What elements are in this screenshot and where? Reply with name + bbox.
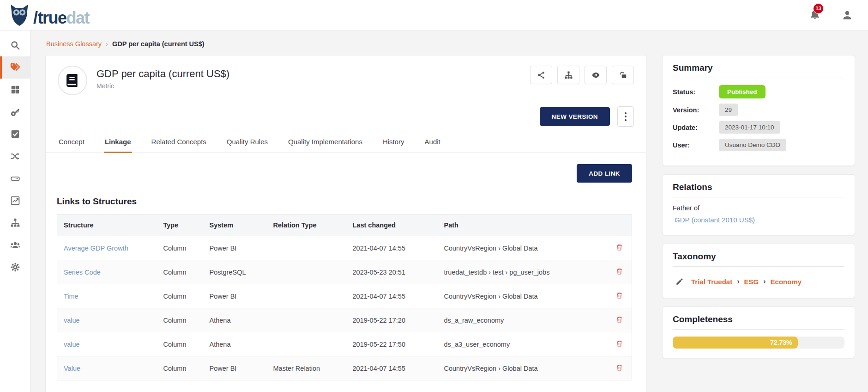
delete-link-button[interactable]: [615, 243, 623, 251]
completeness-title: Completeness: [673, 314, 844, 330]
structure-link[interactable]: value: [64, 317, 80, 324]
cell-type: Column: [158, 260, 204, 284]
summary-field-value: 29: [719, 104, 738, 116]
sidebar-item-business-glossary[interactable]: [0, 56, 30, 79]
new-version-button[interactable]: NEW VERSION: [540, 107, 610, 126]
cell-last-changed: 2021-04-07 14:55: [347, 236, 439, 260]
tab-quality-implementations[interactable]: Quality Implementations: [287, 133, 363, 153]
links-section-title: Links to Structures: [57, 196, 632, 207]
structure-link[interactable]: Value: [64, 365, 80, 372]
book-icon: [65, 73, 80, 88]
sidebar-item-permissions[interactable]: [0, 101, 30, 123]
delete-link-button[interactable]: [615, 363, 623, 372]
taxonomy-title: Taxonomy: [673, 251, 844, 267]
delete-link-button[interactable]: [615, 267, 623, 276]
delete-trash-icon: [615, 267, 623, 276]
column-header-relation-type: Relation Type: [268, 214, 347, 236]
summary-row-version: Version:29: [673, 104, 844, 116]
breadcrumb-parent-link[interactable]: Business Glossary: [46, 40, 102, 48]
tab-history[interactable]: History: [382, 133, 405, 153]
notifications-bell-icon[interactable]: 13: [809, 9, 821, 21]
cell-system: Power BI: [204, 356, 268, 380]
add-link-button[interactable]: ADD LINK: [577, 164, 632, 183]
delete-link-button[interactable]: [615, 339, 623, 348]
cell-last-changed: 2023-05-23 20:51: [347, 260, 439, 284]
link-row: Series CodeColumnPostgreSQL2023-05-23 20…: [57, 260, 632, 284]
link-row: Average GDP GrowthColumnPower BI2021-04-…: [57, 236, 632, 260]
cell-type: Column: [158, 356, 204, 380]
owl-logo-icon: [9, 4, 30, 26]
summary-row-update: Update:2023-01-17 10:10: [673, 121, 844, 134]
truedat-logo[interactable]: /truedat: [9, 4, 89, 26]
cell-type: Column: [158, 332, 204, 356]
cell-system: Athena: [204, 308, 268, 332]
sidebar-item-dashboards[interactable]: [0, 79, 30, 101]
share-icon: [537, 71, 546, 80]
summary-field-label: User:: [673, 141, 719, 149]
summary-row-status: Status:Published: [673, 85, 844, 98]
cell-path: ds_a3_user_economy: [439, 332, 607, 356]
summary-field-label: Update:: [673, 124, 719, 131]
links-table: StructureTypeSystemRelation TypeLast cha…: [57, 214, 632, 380]
sidebar-item-quality[interactable]: [0, 123, 30, 145]
taxonomy-separator: ›: [737, 277, 739, 286]
share-button[interactable]: [530, 66, 552, 84]
summary-field-label: Version:: [673, 106, 719, 114]
taxonomy-link-trial-truedat[interactable]: Trial Truedat: [691, 278, 732, 286]
structure-link[interactable]: Series Code: [64, 269, 101, 276]
cell-path: ds_a_raw_economy: [439, 308, 607, 332]
top-bar: /truedat 13: [0, 0, 868, 31]
delete-trash-icon: [615, 291, 623, 300]
cell-relation-type: Master Relation: [268, 356, 347, 380]
summary-row-user: User:Usuario Demo CDO: [673, 139, 844, 151]
gear-icon: [10, 262, 20, 272]
tab-related-concepts[interactable]: Related Concepts: [151, 133, 207, 153]
sidebar-item-search[interactable]: [0, 34, 30, 56]
tab-concept[interactable]: Concept: [58, 133, 85, 153]
column-header-last-changed: Last changed: [347, 214, 439, 236]
tab-linkage[interactable]: Linkage: [104, 133, 132, 153]
edit-pencil-icon[interactable]: [675, 277, 684, 286]
delete-link-button[interactable]: [615, 291, 623, 300]
chart-icon: [10, 196, 20, 206]
taxonomy-link-economy[interactable]: Economy: [771, 278, 802, 286]
more-options-button[interactable]: [617, 106, 634, 127]
cell-type: Column: [158, 308, 204, 332]
cell-path: truedat_testdb › test › pg_user_jobs: [439, 260, 607, 284]
sidebar-item-analytics[interactable]: [0, 190, 30, 212]
sidebar-item-catalog[interactable]: [0, 212, 30, 234]
watch-button[interactable]: [585, 66, 607, 84]
structure-link[interactable]: Average GDP Growth: [64, 245, 128, 252]
sidebar-item-users[interactable]: [0, 234, 30, 256]
tab-quality-rules[interactable]: Quality Rules: [226, 133, 269, 153]
search-icon: [10, 40, 20, 50]
concept-type-label: Metric: [96, 82, 229, 90]
related-concept-link[interactable]: GDP (constant 2010 US$): [673, 216, 844, 224]
completeness-panel: Completeness 72.73%: [662, 306, 855, 358]
sitemap-icon: [564, 71, 573, 80]
sidebar-item-lineage[interactable]: [0, 145, 30, 167]
completeness-progress-track: 72.73%: [673, 337, 844, 349]
structure-link[interactable]: Time: [64, 293, 78, 300]
link-row: valueColumnAthena2019-05-22 17:20ds_a_ra…: [57, 308, 632, 332]
structure-link[interactable]: value: [64, 341, 80, 348]
link-row: TimeColumnPower BI2021-04-07 14:55Countr…: [57, 284, 632, 308]
unlock-button[interactable]: [612, 66, 634, 84]
sidebar-item-data-structures[interactable]: [0, 167, 30, 190]
cell-type: Column: [158, 284, 204, 308]
sidebar-item-settings[interactable]: [0, 256, 30, 278]
column-header-structure: Structure: [57, 214, 158, 236]
taxonomy-link-esg[interactable]: ESG: [744, 278, 759, 286]
cell-relation-type: [268, 284, 347, 308]
delete-trash-icon: [615, 243, 623, 251]
cell-path: CountryVsRegion › Global Data: [439, 356, 607, 380]
delete-trash-icon: [615, 339, 623, 348]
concept-tabs: ConceptLinkageRelated ConceptsQuality Ru…: [46, 133, 646, 153]
taxonomy-panel: Taxonomy Trial Truedat›ESG›Economy: [662, 244, 855, 298]
delete-link-button[interactable]: [615, 315, 623, 324]
user-profile-icon[interactable]: [841, 9, 853, 21]
structure-tree-button[interactable]: [557, 66, 579, 84]
tab-audit[interactable]: Audit: [424, 133, 441, 153]
cell-path: CountryVsRegion › Global Data: [439, 236, 607, 260]
cell-system: Power BI: [204, 236, 268, 260]
